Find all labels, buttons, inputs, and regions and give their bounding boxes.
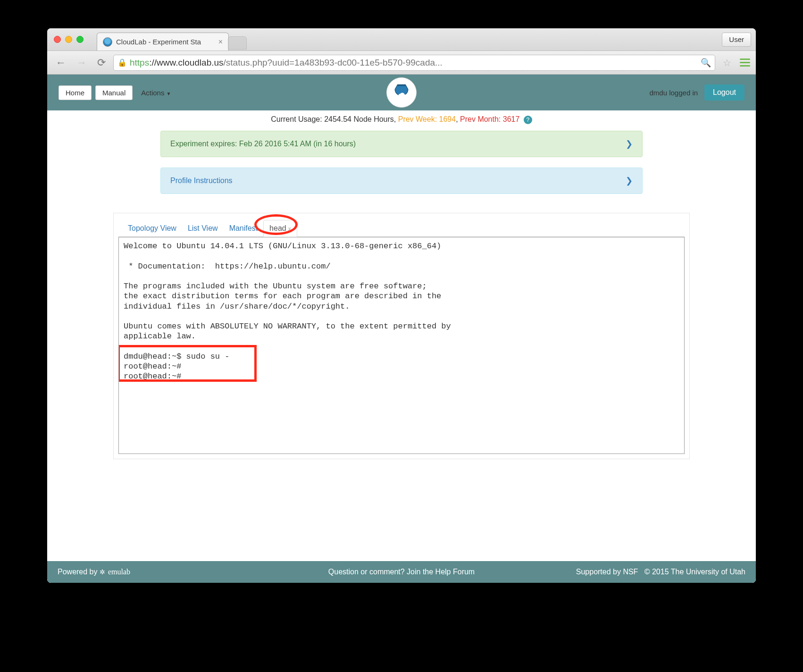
search-icon[interactable]: 🔍 bbox=[701, 58, 711, 68]
tab-topology-view[interactable]: Topology View bbox=[122, 220, 182, 236]
page-content: Home Manual Actions▼ dmdu logged in Logo… bbox=[47, 75, 756, 583]
user-button-label: User bbox=[729, 35, 744, 43]
tab-title: CloudLab - Experiment Sta bbox=[116, 38, 214, 46]
expires-panel[interactable]: Experiment expires: Feb 26 2016 5:41 AM … bbox=[160, 131, 643, 157]
tab-head[interactable]: headx bbox=[263, 220, 297, 237]
bookmark-icon[interactable]: ☆ bbox=[723, 57, 731, 68]
caret-down-icon: ▼ bbox=[166, 91, 171, 96]
titlebar: CloudLab - Experiment Sta × User bbox=[47, 28, 756, 51]
logout-button[interactable]: Logout bbox=[704, 84, 744, 101]
new-tab-button[interactable] bbox=[228, 36, 247, 50]
usage-bar: Current Usage: 2454.54 Node Hours, Prev … bbox=[47, 110, 756, 131]
terminal-output[interactable]: Welcome to Ubuntu 14.04.1 LTS (GNU/Linux… bbox=[118, 237, 685, 454]
tab-close-icon[interactable]: × bbox=[218, 38, 223, 46]
chevron-right-icon: ❯ bbox=[626, 139, 633, 149]
gear-icon: ✲ bbox=[100, 568, 105, 576]
help-icon[interactable]: ? bbox=[524, 116, 532, 124]
tab-manifest[interactable]: Manifest bbox=[224, 220, 263, 236]
minimize-window-icon[interactable] bbox=[65, 36, 72, 43]
tab-nav: Topology View List View Manifest headx bbox=[118, 220, 685, 237]
tab-list-view[interactable]: List View bbox=[182, 220, 224, 236]
tab-favicon-icon bbox=[103, 37, 112, 47]
profile-instructions-panel[interactable]: Profile Instructions ❯ bbox=[160, 168, 643, 194]
url-bar[interactable]: 🔒 https://www.cloudlab.us/status.php?uui… bbox=[113, 55, 715, 71]
browser-toolbar: ← → ⟳ 🔒 https://www.cloudlab.us/status.p… bbox=[47, 51, 756, 75]
chevron-right-icon: ❯ bbox=[626, 176, 633, 186]
site-footer: Powered by ✲emulab Question or comment? … bbox=[47, 561, 756, 583]
manual-button[interactable]: Manual bbox=[95, 85, 133, 100]
browser-tab[interactable]: CloudLab - Experiment Sta × bbox=[97, 33, 229, 50]
footer-right: Supported by NSF © 2015 The University o… bbox=[576, 568, 745, 576]
help-forum-link[interactable]: Question or comment? Join the Help Forum bbox=[328, 568, 475, 576]
site-navbar: Home Manual Actions▼ dmdu logged in Logo… bbox=[47, 75, 756, 110]
svg-rect-0 bbox=[398, 85, 406, 86]
user-menu-button[interactable]: User bbox=[722, 33, 751, 47]
back-icon[interactable]: ← bbox=[53, 56, 69, 70]
menu-icon[interactable] bbox=[740, 59, 750, 67]
tab-close-icon[interactable]: x bbox=[288, 226, 291, 232]
home-button[interactable]: Home bbox=[59, 85, 92, 100]
forward-icon[interactable]: → bbox=[74, 56, 90, 70]
powered-by: Powered by ✲emulab bbox=[58, 568, 130, 576]
expires-text: Experiment expires: Feb 26 2016 5:41 AM … bbox=[170, 140, 356, 148]
logged-in-text: dmdu logged in bbox=[649, 89, 698, 97]
close-window-icon[interactable] bbox=[54, 36, 61, 43]
browser-window: CloudLab - Experiment Sta × User ← → ⟳ 🔒… bbox=[47, 28, 756, 583]
tab-panel: Topology View List View Manifest headx W… bbox=[113, 213, 690, 459]
actions-dropdown[interactable]: Actions▼ bbox=[141, 89, 171, 97]
maximize-window-icon[interactable] bbox=[76, 36, 84, 43]
reload-icon[interactable]: ⟳ bbox=[94, 56, 109, 70]
lock-icon: 🔒 bbox=[117, 58, 127, 67]
cloudlab-logo-icon[interactable] bbox=[386, 77, 417, 108]
profile-instructions-text: Profile Instructions bbox=[170, 176, 233, 185]
traffic-lights bbox=[47, 36, 84, 43]
url-text: https://www.cloudlab.us/status.php?uuid=… bbox=[130, 58, 698, 68]
